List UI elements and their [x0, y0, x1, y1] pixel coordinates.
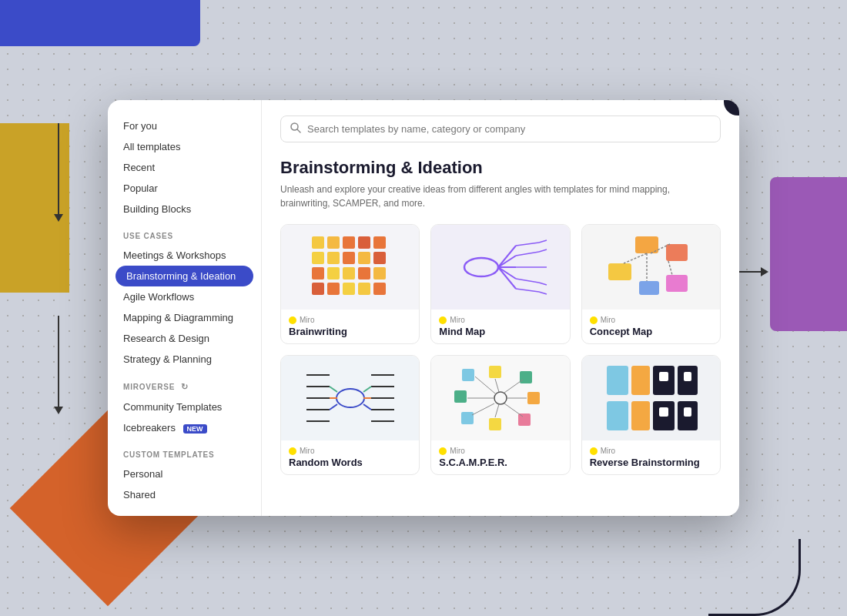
template-card-brainwriting[interactable]: Miro Brainwriting: [280, 224, 420, 344]
template-card-mindmap[interactable]: Miro Mind Map: [430, 224, 570, 344]
template-info-conceptmap: Miro Concept Map: [582, 310, 720, 343]
template-thumb-scamper: [431, 356, 569, 440]
template-card-scamper[interactable]: Miro S.C.A.M.P.E.R.: [430, 355, 570, 475]
svg-rect-90: [684, 372, 691, 381]
svg-line-31: [516, 279, 539, 283]
sidebar-nav-all-templates[interactable]: All templates: [108, 136, 261, 157]
svg-rect-84: [631, 366, 650, 395]
template-info-randomwords: Miro Random Words: [281, 440, 419, 474]
sidebar-item-mapping[interactable]: Mapping & Diagramming: [108, 307, 261, 328]
svg-rect-4: [343, 236, 355, 249]
miro-dot: [590, 447, 598, 455]
svg-rect-11: [373, 252, 386, 264]
svg-rect-69: [518, 413, 531, 426]
svg-line-75: [504, 380, 523, 393]
svg-rect-7: [312, 252, 324, 264]
sidebar-item-personal[interactable]: Personal: [108, 464, 261, 484]
modal-container: × For you All templates Recent Popular B…: [108, 100, 739, 516]
svg-rect-9: [343, 252, 355, 264]
svg-line-58: [330, 387, 337, 392]
sidebar: For you All templates Recent Popular Bui…: [108, 100, 262, 516]
svg-line-60: [330, 404, 337, 410]
svg-line-32: [516, 289, 539, 292]
svg-line-33: [539, 240, 547, 243]
template-name-conceptmap: Concept Map: [590, 326, 712, 337]
svg-rect-89: [659, 372, 668, 381]
template-provider-reversebrainstorm: Miro: [590, 447, 712, 455]
search-bar[interactable]: [280, 116, 721, 142]
miro-dot: [439, 316, 447, 324]
template-provider-mindmap: Miro: [439, 316, 561, 324]
template-info-reversebrainstorm: Miro Reverse Brainstorming: [582, 440, 720, 474]
svg-rect-5: [358, 236, 370, 249]
svg-line-46: [668, 261, 672, 275]
template-card-randomwords[interactable]: Miro Random Words: [280, 355, 420, 475]
template-thumb-reversebrainstorm: [582, 356, 720, 440]
svg-line-78: [495, 404, 499, 417]
svg-point-64: [494, 392, 507, 404]
miro-dot: [439, 447, 447, 455]
svg-rect-13: [327, 267, 340, 280]
sidebar-nav-building-blocks[interactable]: Building Blocks: [108, 199, 261, 219]
miro-dot: [590, 316, 598, 324]
template-provider-scamper: Miro: [439, 447, 561, 455]
sidebar-item-brainstorming[interactable]: Brainstorming & Ideation: [116, 266, 253, 286]
miroverse-label: MIROVERSE ↻: [108, 370, 261, 397]
svg-rect-3: [327, 236, 340, 249]
svg-rect-91: [659, 407, 668, 417]
template-info-mindmap: Miro Mind Map: [431, 310, 569, 343]
sidebar-nav-recent[interactable]: Recent: [108, 157, 261, 178]
sidebar-item-strategy[interactable]: Strategy & Planning: [108, 349, 261, 370]
svg-point-22: [464, 258, 498, 276]
svg-line-37: [539, 292, 547, 294]
template-name-randomwords: Random Words: [289, 457, 411, 468]
template-name-mindmap: Mind Map: [439, 326, 561, 337]
svg-rect-41: [666, 275, 688, 292]
svg-rect-72: [454, 390, 467, 403]
svg-line-36: [539, 283, 547, 285]
svg-line-73: [475, 377, 495, 393]
template-card-conceptmap[interactable]: Miro Concept Map: [581, 224, 721, 344]
template-thumb-mindmap: [431, 225, 569, 310]
svg-line-63: [363, 404, 371, 410]
svg-rect-8: [327, 252, 340, 264]
template-card-reversebrainstorm[interactable]: Miro Reverse Brainstorming: [581, 355, 721, 475]
svg-rect-65: [462, 369, 474, 381]
sidebar-nav-for-you[interactable]: For you: [108, 116, 261, 136]
svg-rect-42: [639, 281, 659, 295]
page-title: Brainstorming & Ideation: [280, 158, 721, 178]
use-cases-label: USE CASES: [108, 219, 261, 245]
sidebar-item-meetings[interactable]: Meetings & Workshops: [108, 245, 261, 266]
search-input[interactable]: [307, 123, 711, 135]
svg-rect-66: [489, 366, 501, 378]
svg-rect-86: [631, 401, 650, 430]
svg-line-34: [539, 249, 547, 252]
template-info-brainwriting: Miro Brainwriting: [281, 310, 419, 343]
sidebar-nav-popular[interactable]: Popular: [108, 178, 261, 199]
svg-rect-16: [373, 267, 386, 280]
svg-rect-70: [489, 418, 501, 430]
svg-line-29: [516, 252, 539, 256]
svg-line-1: [297, 129, 300, 132]
sidebar-item-agile[interactable]: Agile Workflows: [108, 286, 261, 307]
search-icon: [290, 122, 301, 136]
svg-line-28: [516, 243, 539, 246]
sidebar-item-research[interactable]: Research & Design: [108, 328, 261, 349]
svg-rect-10: [358, 252, 370, 264]
svg-line-61: [363, 387, 371, 392]
miro-dot: [289, 447, 296, 455]
svg-rect-12: [312, 267, 324, 280]
template-thumb-randomwords: [281, 356, 419, 440]
sidebar-item-community[interactable]: Community Templates: [108, 397, 261, 417]
sidebar-item-shared[interactable]: Shared: [108, 484, 261, 505]
template-provider-conceptmap: Miro: [590, 316, 712, 324]
svg-rect-67: [520, 371, 532, 383]
svg-line-23: [498, 246, 516, 267]
custom-templates-label: CUSTOM TEMPLATES: [108, 438, 261, 464]
sidebar-item-icebreakers[interactable]: Icebreakers NEW: [108, 417, 261, 438]
svg-rect-19: [343, 283, 355, 295]
page-description: Unleash and explore your creative ideas …: [280, 182, 696, 210]
template-thumb-conceptmap: [582, 225, 720, 310]
template-thumb-brainwriting: [281, 225, 419, 310]
svg-line-74: [495, 379, 499, 392]
